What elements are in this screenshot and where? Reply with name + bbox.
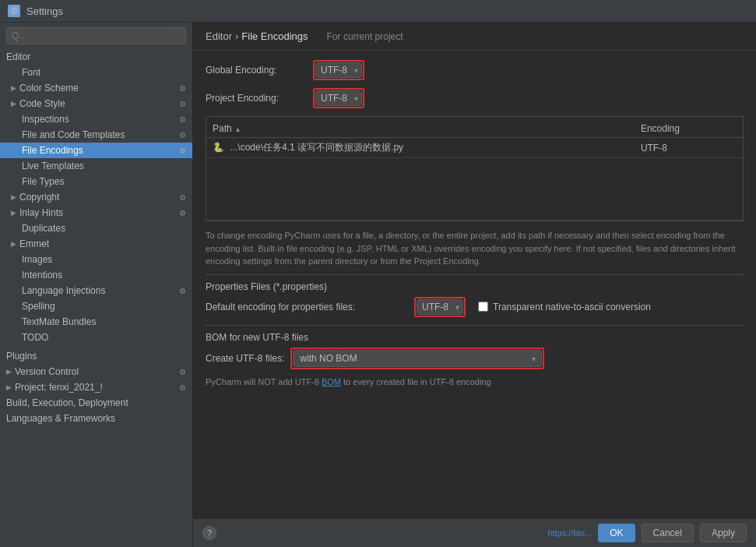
- settings-icon: ⚙: [179, 193, 186, 202]
- bom-select[interactable]: with NO BOM with BOM: [293, 350, 542, 367]
- sidebar-item-file-types[interactable]: File Types: [0, 174, 192, 189]
- bom-section-title: BOM for new UTF-8 files: [206, 332, 744, 343]
- properties-encoding-row: Default encoding for properties files: U…: [206, 297, 744, 317]
- section-divider: [206, 274, 744, 275]
- chevron-icon: ▶: [6, 368, 12, 376]
- apply-button[interactable]: Apply: [700, 524, 747, 542]
- bom-select-wrapper: with NO BOM with BOM: [293, 350, 542, 367]
- bottom-bar: ? https://blo... OK Cancel Apply: [193, 518, 756, 547]
- file-encoding-cell: UTF-8: [635, 138, 743, 158]
- languages-label: Languages & Frameworks: [6, 413, 115, 424]
- help-icon[interactable]: ?: [202, 526, 216, 540]
- project-encoding-select[interactable]: UTF-8: [315, 90, 362, 106]
- sidebar-item-inlay-hints[interactable]: ▶ Inlay Hints ⚙: [0, 205, 192, 221]
- settings-icon: ⚙: [179, 100, 186, 108]
- sidebar-item-inspections[interactable]: Inspections ⚙: [0, 111, 192, 127]
- table-row-empty: [206, 158, 743, 221]
- breadcrumb-separator: ›: [235, 30, 238, 42]
- properties-encoding-select[interactable]: UTF-8: [417, 299, 463, 315]
- sidebar-item-editor[interactable]: Editor: [0, 49, 192, 65]
- sidebar-item-language-injections[interactable]: Language Injections ⚙: [0, 283, 192, 298]
- sidebar-item-file-code-templates[interactable]: File and Code Templates ⚙: [0, 127, 192, 143]
- title-bar: ⚙ Settings: [0, 0, 756, 23]
- for-current-text: For current project: [327, 31, 403, 42]
- bom-description: PyCharm will NOT add UTF-8 BOM to every …: [206, 377, 744, 386]
- breadcrumb-current: File Encodings: [241, 30, 308, 42]
- sidebar-item-color-scheme[interactable]: ▶ Color Scheme ⚙: [0, 80, 192, 96]
- chevron-icon: ▶: [11, 84, 16, 92]
- project-encoding-row: Project Encoding: UTF-8: [206, 88, 744, 108]
- settings-icon: ⚙: [179, 146, 186, 155]
- sidebar-item-duplicates[interactable]: Duplicates: [0, 221, 192, 236]
- sidebar-item-build[interactable]: Build, Execution, Deployment: [0, 395, 192, 411]
- settings-icon: ⚙: [179, 383, 186, 392]
- settings-icon: ⚙: [179, 115, 186, 124]
- breadcrumb-parent: Editor: [206, 30, 232, 42]
- transparent-checkbox[interactable]: [478, 302, 488, 312]
- bottom-bar-left: ?: [202, 526, 541, 540]
- transparent-checkbox-row: Transparent native-to-ascii conversion: [478, 302, 651, 312]
- sort-arrow-icon: ▲: [234, 125, 241, 133]
- sidebar: Editor Font ▶ Color Scheme ⚙ ▶ Code Styl…: [0, 23, 193, 547]
- version-control-label: Version Control: [15, 366, 79, 377]
- file-icon: 🐍: [213, 142, 224, 153]
- main-content: Editor › File Encodings For current proj…: [193, 23, 756, 547]
- path-column-header[interactable]: Path ▲: [206, 120, 635, 138]
- chevron-icon: ▶: [11, 240, 16, 248]
- properties-encoding-highlight: UTF-8: [414, 297, 466, 317]
- sidebar-item-copyright[interactable]: ▶ Copyright ⚙: [0, 189, 192, 205]
- global-encoding-highlight: UTF-8: [313, 60, 364, 80]
- sidebar-item-project[interactable]: ▶ Project: fenxi_2021_! ⚙: [0, 379, 192, 395]
- create-utf8-label: Create UTF-8 files:: [206, 353, 284, 364]
- sidebar-item-todo[interactable]: TODO: [0, 330, 192, 345]
- default-encoding-label: Default encoding for properties files:: [206, 302, 408, 312]
- project-encoding-label: Project Encoding:: [206, 93, 307, 104]
- global-encoding-select[interactable]: UTF-8: [315, 62, 362, 78]
- build-label: Build, Execution, Deployment: [6, 397, 128, 408]
- chevron-icon: ▶: [6, 383, 12, 391]
- sidebar-item-languages[interactable]: Languages & Frameworks: [0, 411, 192, 426]
- search-input[interactable]: [6, 27, 186, 44]
- app-icon: ⚙: [8, 5, 20, 17]
- encoding-column-header[interactable]: Encoding: [635, 120, 743, 138]
- sidebar-item-code-style[interactable]: ▶ Code Style ⚙: [0, 96, 192, 111]
- content-header: Editor › File Encodings For current proj…: [193, 23, 756, 51]
- section-divider-2: [206, 325, 744, 326]
- bom-link[interactable]: BOM: [322, 377, 341, 386]
- sidebar-item-images[interactable]: Images: [0, 252, 192, 267]
- settings-window: ⚙ Settings Editor Font ▶ Color Scheme ⚙ …: [0, 0, 756, 547]
- chevron-icon: ▶: [11, 100, 16, 108]
- global-encoding-wrapper: UTF-8: [315, 62, 362, 78]
- settings-icon: ⚙: [179, 131, 186, 139]
- chevron-icon: ▶: [11, 193, 16, 201]
- table-row[interactable]: 🐍 ...\code\任务4.1 读写不同数据源的数据.py UTF-8: [206, 138, 743, 158]
- bom-select-highlight: with NO BOM with BOM: [290, 348, 544, 369]
- ok-button[interactable]: OK: [598, 524, 635, 542]
- project-label: Project: fenxi_2021_!: [15, 382, 103, 393]
- file-table: Path ▲ Encoding 🐍: [206, 120, 743, 221]
- sidebar-item-textmate-bundles[interactable]: TextMate Bundles: [0, 314, 192, 330]
- title-bar-text: Settings: [26, 5, 63, 17]
- properties-encoding-wrapper: UTF-8: [417, 299, 463, 315]
- settings-icon: ⚙: [179, 84, 186, 93]
- sidebar-item-emmet[interactable]: ▶ Emmet: [0, 236, 192, 252]
- project-encoding-wrapper: UTF-8: [315, 90, 362, 106]
- settings-icon: ⚙: [179, 368, 186, 376]
- settings-icon: ⚙: [179, 209, 186, 217]
- project-encoding-highlight: UTF-8: [313, 88, 364, 108]
- file-path-cell: 🐍 ...\code\任务4.1 读写不同数据源的数据.py: [206, 138, 635, 158]
- sidebar-item-font[interactable]: Font: [0, 65, 192, 80]
- sidebar-item-live-templates[interactable]: Live Templates: [0, 158, 192, 174]
- sidebar-item-spelling[interactable]: Spelling: [0, 298, 192, 314]
- sidebar-item-version-control[interactable]: ▶ Version Control ⚙: [0, 364, 192, 379]
- editor-label: Editor: [6, 51, 30, 62]
- sidebar-item-intentions[interactable]: Intentions: [0, 267, 192, 283]
- search-box[interactable]: [6, 27, 186, 44]
- dialog-body: Editor Font ▶ Color Scheme ⚙ ▶ Code Styl…: [0, 23, 756, 547]
- sidebar-item-plugins[interactable]: Plugins: [0, 348, 192, 364]
- transparent-label: Transparent native-to-ascii conversion: [493, 302, 651, 312]
- cancel-button[interactable]: Cancel: [642, 524, 694, 542]
- sidebar-item-file-encodings[interactable]: File Encodings ⚙: [0, 143, 192, 158]
- content-body: Global Encoding: UTF-8 Project Encoding:: [193, 51, 756, 518]
- plugins-label: Plugins: [6, 351, 37, 362]
